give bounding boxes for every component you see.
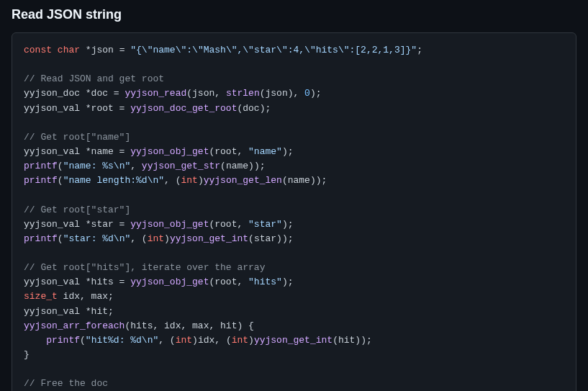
code-token: "hits" xyxy=(248,277,282,287)
code-token: )idx, ( xyxy=(192,335,232,346)
code-token: (root, xyxy=(209,219,248,230)
code-token: } xyxy=(24,349,30,360)
code-token: (hits, idx, max, hit) { xyxy=(125,320,253,331)
code-token: ( xyxy=(58,161,63,171)
code-comment: // Free the doc xyxy=(24,378,108,389)
code-token: yyjson_get_int xyxy=(254,335,333,346)
code-token: (star)); xyxy=(248,233,293,244)
code-token: yyjson_arr_foreach xyxy=(24,320,125,331)
code-token: ( xyxy=(80,335,86,346)
code-block: const char *json = "{\"name\":\"Mash\",\… xyxy=(12,32,576,391)
code-token: yyjson_val *root = xyxy=(24,103,130,114)
code-token: const xyxy=(24,45,52,55)
code-token: "star" xyxy=(248,219,282,230)
code-token: , ( xyxy=(158,335,175,346)
code-token: "{\"name\":\"Mash\",\"star\":4,\"hits\":… xyxy=(130,45,417,55)
code-token: "name length:%d\n" xyxy=(63,175,164,186)
code-token: "name" xyxy=(248,146,282,157)
code-token: int xyxy=(232,335,248,346)
code-token: (name)); xyxy=(220,161,265,171)
code-token: int xyxy=(148,233,164,244)
code-comment: // Get root["name"] xyxy=(24,132,130,143)
code-token: int xyxy=(181,175,197,186)
code-token: (json, xyxy=(186,88,226,99)
code-token: yyjson_val *name = xyxy=(24,146,130,157)
code-token: (root, xyxy=(209,146,248,157)
code-token xyxy=(52,45,58,55)
code-token: ) xyxy=(164,233,170,244)
code-token: printf xyxy=(24,161,58,171)
code-token: yyjson_obj_get xyxy=(130,219,209,230)
code-token: printf xyxy=(24,175,58,186)
code-token: (root, xyxy=(209,277,248,287)
code-token: yyjson_val *hits = xyxy=(24,277,130,287)
code-token: ); xyxy=(282,277,294,287)
code-token: "star: %d\n" xyxy=(63,233,131,244)
code-token: ( xyxy=(58,233,63,244)
code-token: "name: %s\n" xyxy=(63,161,131,171)
code-token: yyjson_doc *doc = xyxy=(24,88,125,99)
code-token: strlen xyxy=(226,88,260,99)
code-token: (doc); xyxy=(237,103,271,114)
code-token: ) xyxy=(198,175,204,186)
code-token: , xyxy=(130,161,142,171)
code-token: ); xyxy=(282,219,294,230)
code-token: ); xyxy=(282,146,294,157)
code-token xyxy=(24,335,46,346)
code-token: *json = xyxy=(80,45,130,55)
section-heading: Read JSON string xyxy=(0,0,588,28)
code-token: yyjson_val *hit; xyxy=(24,306,114,317)
code-comment: // Read JSON and get root xyxy=(24,73,164,84)
code-token: "hit%d: %d\n" xyxy=(86,335,158,346)
code-token: (hit)); xyxy=(333,335,372,346)
code-token: idx, max; xyxy=(58,291,114,302)
code-token: printf xyxy=(24,233,58,244)
code-token: ) xyxy=(248,335,254,346)
code-comment: // Get root["hits"], iterate over the ar… xyxy=(24,262,265,273)
code-comment: // Get root["star"] xyxy=(24,205,130,215)
code-token: yyjson_get_len xyxy=(204,175,282,186)
code-token: ; xyxy=(417,45,422,55)
code-token: size_t xyxy=(24,291,58,302)
code-token: yyjson_get_int xyxy=(170,233,248,244)
code-token: , ( xyxy=(130,233,147,244)
code-token: (json), xyxy=(260,88,304,99)
code-token: printf xyxy=(46,335,80,346)
code-token: yyjson_obj_get xyxy=(130,146,209,157)
code-token: ( xyxy=(58,175,63,186)
code-token: 0 xyxy=(304,88,310,99)
code-token: yyjson_val *star = xyxy=(24,219,130,230)
code-token: yyjson_obj_get xyxy=(130,277,209,287)
code-token: int xyxy=(176,335,192,346)
code-token: char xyxy=(58,45,80,55)
code-token: yyjson_get_str xyxy=(142,161,220,171)
code-token: yyjson_read xyxy=(125,88,186,99)
code-token: (name)); xyxy=(282,175,327,186)
code-token: yyjson_doc_get_root xyxy=(130,103,237,114)
code-token: ); xyxy=(310,88,322,99)
code-token: , ( xyxy=(164,175,181,186)
